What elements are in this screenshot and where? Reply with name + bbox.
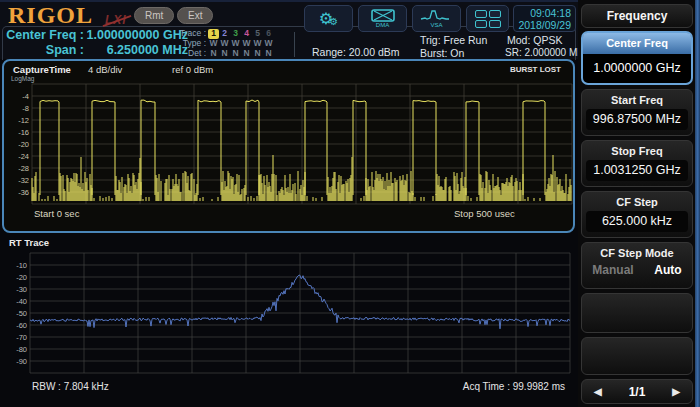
display-layout-button[interactable] — [466, 5, 509, 32]
page-indicator: ◀ 1/1 ▶ — [581, 379, 693, 404]
vsa-mode-button[interactable]: VSA — [412, 5, 461, 32]
prev-page-button[interactable]: ◀ — [594, 386, 602, 397]
trace-cell: N — [230, 49, 241, 59]
ref-level-readout: ref 0 dBm — [172, 64, 213, 75]
svg-text:-90: -90 — [16, 357, 27, 366]
sidebar-rail — [695, 0, 700, 407]
cf-step-mode-toggle[interactable]: Manual Auto — [582, 263, 692, 277]
dma-icon-label: DMA — [376, 22, 389, 28]
rt-trace-chart: -10-20-30-40-50-60-70-80-90 — [2, 252, 572, 376]
burst-status: Burst: On — [420, 47, 464, 59]
grid-icon — [475, 10, 501, 28]
trace-det-row: Det : NNNNNN — [176, 49, 274, 59]
ext-badge: Ext — [177, 7, 213, 24]
trace-cell: N — [208, 49, 219, 59]
menu-item-cf-step-mode[interactable]: CF Step Mode Manual Auto — [581, 242, 693, 289]
menu-sidebar: Frequency Center Freq 1.0000000 GHz Star… — [578, 0, 700, 407]
rbw-readout: RBW : 7.804 kHz — [32, 381, 109, 392]
header-bar: RIGOL LXI Rmt Ext Center Freq : 1.000000… — [0, 0, 578, 59]
capture-title: CaptureTime — [13, 64, 71, 75]
cf-step-mode-menu-label[interactable]: CF Step Mode — [582, 243, 692, 259]
start-time-label: Start 0 sec — [34, 208, 79, 219]
trace-selector[interactable]: Trace : 123456 Type : WWWWWW Det : NNNNN… — [176, 29, 274, 59]
gear-small-icon: ⚙ — [329, 17, 338, 27]
svg-text:-16: -16 — [18, 128, 29, 137]
frequency-readout: Center Freq : 1.000000000 GHz Span : 6.2… — [6, 28, 188, 58]
svg-text:-28: -28 — [18, 164, 29, 173]
capture-time-chart: -4-8-12-16-20-24-28-32-36 — [4, 83, 574, 207]
center-freq-value: 1.000000000 GHz — [84, 28, 188, 43]
rmt-badge: Rmt — [134, 7, 174, 24]
svg-text:-4: -4 — [22, 92, 29, 101]
next-page-button[interactable]: ▶ — [672, 386, 680, 397]
sr-status: SR: 2.000000 MHz — [505, 47, 590, 58]
svg-text:-24: -24 — [18, 152, 29, 161]
stop-time-label: Stop 500 usec — [454, 208, 515, 219]
mod-status: Mod: QPSK — [507, 34, 562, 46]
svg-text:-12: -12 — [18, 116, 29, 125]
svg-text:-8: -8 — [22, 104, 29, 113]
menu-item-start-freq[interactable]: Start Freq 996.87500 MHz — [581, 89, 693, 136]
svg-text:-40: -40 — [16, 297, 27, 306]
dma-mode-button[interactable]: DMA — [358, 5, 407, 32]
svg-text:-50: -50 — [16, 309, 27, 318]
menu-item-cf-step[interactable]: CF Step 625.000 kHz — [581, 191, 693, 238]
start-freq-menu-value: 996.87500 MHz — [586, 109, 688, 130]
rigol-logo: RIGOL — [8, 2, 93, 29]
vsa-icon — [420, 9, 454, 22]
menu-item-stop-freq[interactable]: Stop Freq 1.0031250 GHz — [581, 140, 693, 187]
capture-time-panel: CaptureTime 4 dB/div ref 0 dBm BURST LOS… — [2, 59, 575, 233]
date-readout: 2018/09/29 — [514, 19, 571, 31]
svg-text:-80: -80 — [16, 345, 27, 354]
svg-text:-20: -20 — [18, 140, 29, 149]
trig-status: Trig: Free Run — [420, 34, 487, 46]
center-freq-menu-label[interactable]: Center Freq — [583, 33, 691, 54]
range-status: Range: 20.00 dBm — [312, 46, 400, 58]
menu-item-center-freq[interactable]: Center Freq 1.0000000 GHz — [581, 31, 693, 85]
dma-icon — [371, 9, 395, 22]
trace-cell: N — [241, 49, 252, 59]
manual-option[interactable]: Manual — [592, 263, 633, 277]
cf-step-menu-value: 625.000 kHz — [586, 211, 688, 232]
clock: 09:04:18 2018/09/29 — [513, 5, 576, 32]
span-value: 6.250000 MHz — [84, 43, 188, 58]
rt-trace-title: RT Trace — [9, 237, 49, 248]
svg-text:-60: -60 — [16, 321, 27, 330]
trace-cell: N — [263, 49, 274, 59]
stop-freq-menu-value: 1.0031250 GHz — [586, 160, 688, 181]
trace-cell: N — [219, 49, 230, 59]
vsa-icon-label: VSA — [430, 22, 442, 28]
svg-text:-20: -20 — [16, 273, 27, 282]
spectrum-analyzer-screen: RIGOL LXI Rmt Ext Center Freq : 1.000000… — [0, 0, 700, 407]
svg-text:-70: -70 — [16, 333, 27, 342]
svg-text:-30: -30 — [16, 285, 27, 294]
center-freq-menu-value: 1.0000000 GHz — [583, 54, 691, 82]
burst-lost-badge: BURST LOST — [510, 65, 561, 74]
start-freq-menu-label[interactable]: Start Freq — [582, 90, 692, 106]
det-label: Det : — [176, 49, 206, 59]
settings-button[interactable]: ⚙⚙ — [304, 5, 353, 32]
cf-step-menu-label[interactable]: CF Step — [582, 192, 692, 208]
svg-text:-32: -32 — [18, 176, 29, 185]
center-freq-label: Center Freq : — [6, 28, 84, 43]
page-number: 1/1 — [629, 385, 646, 399]
span-label: Span : — [6, 43, 84, 58]
menu-item-empty-2[interactable] — [581, 337, 693, 375]
svg-text:-10: -10 — [16, 261, 27, 270]
lxi-icon: LXI — [105, 13, 127, 27]
svg-text:-36: -36 — [18, 188, 29, 197]
acq-time-readout: Acq Time : 99.9982 ms — [463, 381, 565, 392]
rt-trace-panel: RT Trace -10-20-30-40-50-60-70-80-90 RBW… — [2, 236, 575, 404]
stop-freq-menu-label[interactable]: Stop Freq — [582, 141, 692, 157]
menu-title: Frequency — [581, 4, 693, 28]
auto-option[interactable]: Auto — [654, 263, 681, 277]
header-divider — [294, 32, 295, 57]
logmag-label: LogMag — [11, 75, 35, 82]
time-readout: 09:04:18 — [514, 7, 571, 19]
scale-readout: 4 dB/div — [88, 64, 122, 75]
menu-item-empty-1[interactable] — [581, 293, 693, 333]
trace-cell: N — [252, 49, 263, 59]
